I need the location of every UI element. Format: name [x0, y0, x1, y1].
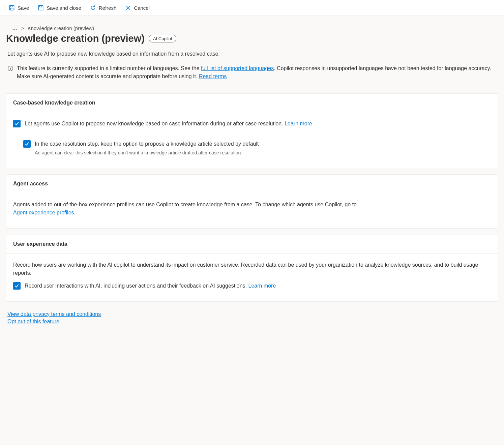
svg-rect-4: [39, 5, 42, 7]
svg-point-7: [10, 67, 10, 67]
card-agent-access-title: Agent access: [6, 175, 498, 193]
card-user-experience-data-title: User experience data: [6, 235, 498, 254]
save-close-label: Save and close: [47, 5, 81, 11]
card-case-based: Case-based knowledge creation Let agents…: [6, 93, 498, 168]
opt-out-link[interactable]: Opt out of this feature: [7, 319, 59, 325]
learn-more-record-link[interactable]: Learn more: [248, 283, 276, 289]
save-close-icon: [38, 5, 44, 11]
checkbox-enable-case-knowledge[interactable]: [13, 120, 21, 127]
card-agent-access: Agent access Agents added to out-of-the-…: [6, 174, 498, 229]
breadcrumb-current: Knowledge creation (preview): [28, 25, 94, 31]
save-and-close-button[interactable]: Save and close: [34, 3, 85, 13]
card-case-based-title: Case-based knowledge creation: [6, 94, 498, 112]
svg-rect-2: [10, 8, 13, 10]
privacy-terms-link[interactable]: View data privacy terms and conditions: [7, 311, 101, 317]
close-icon: [125, 5, 131, 11]
agent-access-text: Agents added to out-of-the-box experienc…: [13, 201, 491, 217]
user-experience-text: Record how users are working with the AI…: [13, 261, 491, 277]
checkbox-keep-default-selected-label: In the case resolution step, keep the op…: [35, 141, 259, 147]
svg-rect-0: [9, 5, 14, 10]
page-title: Knowledge creation (preview): [6, 33, 145, 44]
checkbox-keep-default-selected-desc: An agent can clear this selection if the…: [35, 149, 491, 156]
page-header: Knowledge creation (preview) AI Copilot: [6, 33, 498, 50]
save-button[interactable]: Save: [5, 3, 32, 13]
card-user-experience-data: User experience data Record how users ar…: [6, 235, 498, 302]
info-icon: [7, 65, 13, 71]
refresh-icon: [90, 5, 96, 11]
learn-more-case-link[interactable]: Learn more: [285, 121, 312, 126]
refresh-button[interactable]: Refresh: [87, 3, 120, 13]
banner-text: This feature is currently supported in a…: [17, 64, 497, 81]
language-support-banner: This feature is currently supported in a…: [6, 64, 498, 87]
ai-copilot-badge: AI Copilot: [149, 35, 176, 42]
row-record-interactions: Record user interactions with AI, includ…: [13, 282, 491, 290]
svg-rect-1: [10, 5, 13, 7]
breadcrumb-sep: >: [21, 25, 24, 31]
save-icon: [9, 5, 15, 11]
intro-text: Let agents use AI to propose new knowled…: [6, 50, 498, 64]
cancel-label: Cancel: [134, 5, 150, 11]
breadcrumb: … > Knowledge creation (preview): [6, 23, 498, 33]
command-bar: Save Save and close Refresh Cancel: [0, 0, 504, 16]
svg-rect-3: [38, 5, 43, 10]
supported-languages-link[interactable]: full list of supported languages: [201, 65, 274, 71]
save-label: Save: [18, 5, 29, 11]
read-terms-link[interactable]: Read terms: [199, 73, 227, 79]
checkbox-keep-default-selected[interactable]: [23, 140, 31, 148]
breadcrumb-more-icon[interactable]: …: [12, 27, 18, 29]
row-enable-case-knowledge: Let agents use Copilot to propose new kn…: [13, 120, 491, 128]
checkbox-record-interactions[interactable]: [13, 282, 21, 290]
footer-links: View data privacy terms and conditions O…: [6, 302, 498, 325]
checkbox-enable-case-knowledge-label: Let agents use Copilot to propose new kn…: [25, 121, 312, 126]
checkbox-record-interactions-label: Record user interactions with AI, includ…: [25, 283, 276, 289]
cancel-button[interactable]: Cancel: [122, 3, 153, 13]
refresh-label: Refresh: [99, 5, 117, 11]
agent-experience-profiles-link[interactable]: Agent experience profiles.: [13, 210, 76, 215]
row-keep-default-selected: In the case resolution step, keep the op…: [23, 140, 491, 156]
